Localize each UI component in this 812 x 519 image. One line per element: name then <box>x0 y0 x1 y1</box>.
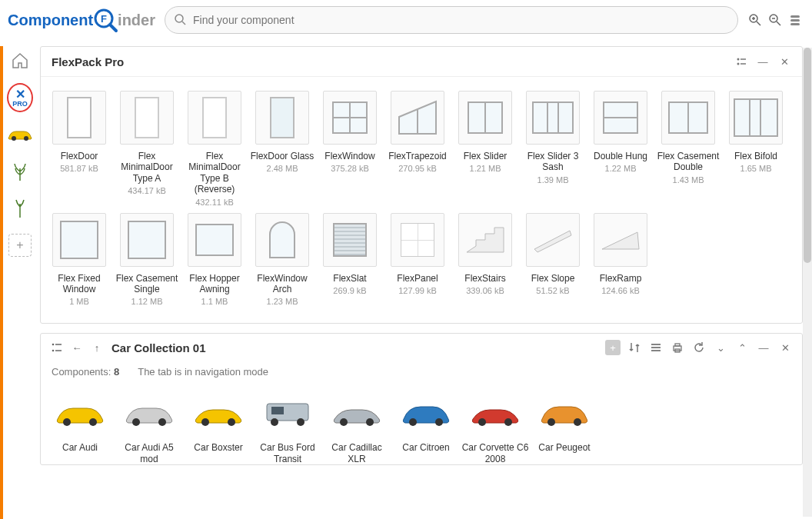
component-card[interactable]: FlexDoor Glass2.48 MB <box>248 88 316 210</box>
component-card[interactable]: Flex Slider1.21 MB <box>451 88 519 210</box>
sidebar: ✕ PRO + <box>5 48 35 258</box>
header-tools <box>747 12 803 28</box>
svg-rect-33 <box>675 344 680 346</box>
logo-text-1: Component <box>8 12 93 29</box>
panel-flexpack-title: FlexPack Pro <box>52 55 734 68</box>
scrollbar[interactable] <box>803 48 812 517</box>
component-card[interactable]: FlexStairs339.06 kB <box>451 210 519 310</box>
component-card[interactable]: FlexRamp124.66 kB <box>587 210 654 310</box>
component-card[interactable]: Flex Hopper Awning1.1 MB <box>181 210 248 310</box>
component-card[interactable]: Flex Casement Double1.43 MB <box>654 88 722 210</box>
sort-icon[interactable] <box>627 340 642 355</box>
svg-point-45 <box>340 418 348 426</box>
menu-icon[interactable] <box>648 340 664 355</box>
panel-cars: ← ↑ Car Collection 01 + ⌄ ⌃ — ✕ Componen… <box>40 333 803 465</box>
components-count: 8 <box>114 366 119 378</box>
car-card[interactable]: Car Audi <box>45 391 115 464</box>
sidebar-home[interactable] <box>7 48 33 74</box>
svg-line-1 <box>110 25 116 31</box>
svg-point-15 <box>12 136 16 141</box>
svg-point-18 <box>737 63 740 65</box>
component-card[interactable]: Flex Bifold1.65 MB <box>722 88 790 210</box>
svg-line-10 <box>777 22 780 25</box>
up-icon[interactable]: ↑ <box>90 341 104 354</box>
svg-point-40 <box>228 418 235 426</box>
component-card[interactable]: FlexTrapezoid270.95 kB <box>384 88 451 210</box>
svg-text:F: F <box>101 13 107 25</box>
component-card[interactable]: FlexWindow375.28 kB <box>316 88 384 210</box>
svg-point-46 <box>366 418 374 426</box>
settings-icon[interactable] <box>787 12 803 28</box>
cars-grid: Car Audi Car Audi A5 mod Car Boxster Car… <box>41 385 802 464</box>
logo-text-2: inder <box>118 12 155 29</box>
refresh-icon[interactable] <box>691 340 707 355</box>
svg-point-36 <box>89 418 97 426</box>
chevron-down-icon[interactable]: ⌄ <box>713 340 728 355</box>
zoom-out-icon[interactable] <box>767 12 783 28</box>
component-card[interactable]: Flex Slider 3 Sash1.39 MB <box>519 88 587 210</box>
sidebar-car-collection[interactable] <box>7 121 33 148</box>
close-icon[interactable]: ✕ <box>777 340 793 355</box>
close-icon[interactable]: ✕ <box>777 55 791 68</box>
options-icon[interactable] <box>734 55 748 68</box>
header: Component F inder <box>0 0 812 42</box>
sidebar-add[interactable]: + <box>7 232 33 258</box>
svg-point-38 <box>158 418 166 426</box>
minimize-icon[interactable]: — <box>756 340 771 355</box>
car-card[interactable]: Car Citroen <box>391 391 461 464</box>
sidebar-plant-2[interactable] <box>7 195 33 221</box>
chevron-up-icon[interactable]: ⌃ <box>734 340 750 355</box>
zoom-in-icon[interactable] <box>747 12 763 28</box>
component-card[interactable]: FlexSlat269.9 kB <box>316 210 384 310</box>
list-icon[interactable] <box>50 341 64 354</box>
component-card[interactable]: FlexPanel127.99 kB <box>384 210 451 310</box>
car-card[interactable]: Car Cadillac XLR <box>322 391 391 464</box>
accent-bar <box>0 46 3 519</box>
main: FlexPack Pro — ✕ FlexDoor581.87 kB Flex … <box>40 46 803 519</box>
sidebar-plant-1[interactable] <box>7 158 33 185</box>
component-card[interactable]: Flex Fixed Window1 MB <box>45 210 113 310</box>
svg-point-44 <box>297 418 304 426</box>
svg-point-47 <box>409 418 417 426</box>
svg-point-16 <box>24 136 28 141</box>
component-card[interactable]: Flex Slope51.52 kB <box>519 210 587 310</box>
component-card[interactable]: Flex MinimalDoor Type B (Reverse)432.11 … <box>181 88 248 210</box>
components-label: Components: <box>52 366 111 378</box>
car-card[interactable]: Car Corvette C6 2008 <box>461 391 530 464</box>
component-card[interactable]: Double Hung1.22 MB <box>587 88 654 210</box>
minimize-icon[interactable]: — <box>756 55 770 68</box>
svg-point-48 <box>435 418 443 426</box>
svg-marker-24 <box>602 232 639 249</box>
svg-point-35 <box>63 418 71 426</box>
scroll-thumb[interactable] <box>804 48 811 263</box>
back-icon[interactable]: ← <box>70 341 84 354</box>
car-card[interactable]: Car Boxster <box>184 391 253 464</box>
svg-point-17 <box>737 58 740 61</box>
print-icon[interactable] <box>670 340 685 355</box>
car-card[interactable]: Car Bus Ford Transit <box>253 391 322 464</box>
component-card[interactable]: Flex MinimalDoor Type A434.17 kB <box>113 88 181 210</box>
svg-point-49 <box>478 418 486 426</box>
svg-rect-13 <box>790 19 800 22</box>
svg-point-51 <box>547 418 555 426</box>
panel-cars-header: ← ↑ Car Collection 01 + ⌄ ⌃ — ✕ <box>41 334 802 361</box>
svg-point-43 <box>271 418 278 426</box>
car-card[interactable]: Car Audi A5 mod <box>115 391 184 464</box>
magnifier-icon: F <box>92 6 119 34</box>
component-card[interactable]: Flex Casement Single1.12 MB <box>113 210 181 310</box>
search-input[interactable] <box>165 6 738 34</box>
svg-point-37 <box>132 418 140 426</box>
component-card[interactable]: FlexWindow Arch1.23 MB <box>248 210 316 310</box>
logo[interactable]: Component F inder <box>8 6 155 34</box>
add-button[interactable]: + <box>605 340 621 355</box>
search-wrap <box>165 6 738 34</box>
component-card[interactable]: FlexDoor581.87 kB <box>45 88 113 210</box>
flexpack-grid: FlexDoor581.87 kB Flex MinimalDoor Type … <box>41 77 802 323</box>
svg-rect-42 <box>271 407 284 414</box>
mode-text: The tab is in navigation mode <box>138 366 268 378</box>
svg-point-52 <box>574 418 581 426</box>
svg-line-6 <box>757 22 760 25</box>
sidebar-pro-badge[interactable]: ✕ PRO <box>7 85 33 111</box>
car-card[interactable]: Car Peugeot <box>530 391 599 464</box>
svg-line-4 <box>182 22 185 25</box>
